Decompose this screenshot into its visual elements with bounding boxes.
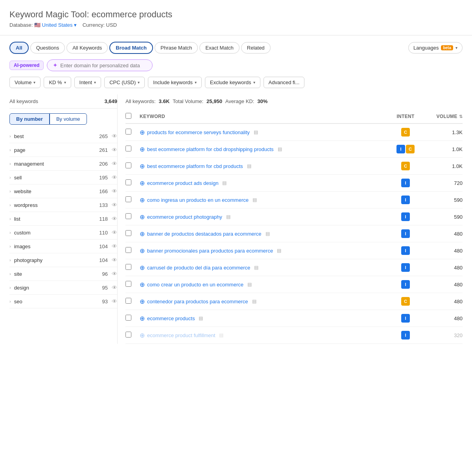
sidebar-item[interactable]: › seo 93 👁 bbox=[9, 295, 117, 308]
main-content: All keywords: 3.6K Total Volume: 25,950 … bbox=[118, 94, 463, 344]
ai-domain-input-wrap[interactable]: ✦ bbox=[47, 59, 153, 71]
add-keyword-icon[interactable]: ⊕ bbox=[140, 332, 145, 339]
tab-all-keywords[interactable]: All Keywords bbox=[66, 42, 108, 54]
row-checkbox[interactable] bbox=[125, 179, 131, 185]
add-keyword-icon[interactable]: ⊕ bbox=[140, 230, 145, 238]
keyword-link[interactable]: ⊕ best ecommerce platform for cbd dropsh… bbox=[140, 146, 388, 153]
keyword-link[interactable]: ⊕ best ecommerce platform for cbd produc… bbox=[140, 162, 388, 170]
keyword-link[interactable]: ⊕ products for ecommerce serveys functio… bbox=[140, 129, 388, 136]
row-checkbox[interactable] bbox=[125, 264, 131, 270]
keyword-text: ecommerce product fulfillment bbox=[147, 332, 215, 338]
eye-icon[interactable]: 👁 bbox=[112, 133, 117, 139]
row-keyword-col: ⊕ como crear un producto en un ecommerce… bbox=[140, 281, 388, 288]
table-row: ⊕ ecommerce product photography ▤ I 590 bbox=[125, 208, 463, 225]
database-link[interactable]: 🇺🇸 United States ▾ bbox=[34, 22, 78, 28]
add-keyword-icon[interactable]: ⊕ bbox=[140, 298, 145, 305]
languages-button[interactable]: Languages beta ▾ bbox=[408, 42, 463, 54]
eye-icon[interactable]: 👁 bbox=[112, 188, 117, 194]
sidebar-item[interactable]: › images 104 👁 bbox=[9, 240, 117, 253]
keyword-link[interactable]: ⊕ contenedor para productos para ecommer… bbox=[140, 298, 388, 305]
keyword-link[interactable]: ⊕ como crear un producto en un ecommerce… bbox=[140, 281, 388, 288]
volume-sort-icon[interactable]: ⇅ bbox=[459, 114, 463, 119]
sidebar-item[interactable]: › management 206 👁 bbox=[9, 157, 117, 171]
row-checkbox[interactable] bbox=[125, 162, 131, 168]
tab-questions[interactable]: Questions bbox=[30, 42, 65, 54]
cpc-filter[interactable]: CPC (USD) ▾ bbox=[104, 77, 145, 88]
keyword-link[interactable]: ⊕ ecommerce product photography ▤ bbox=[140, 213, 388, 221]
sidebar-item[interactable]: › design 95 👁 bbox=[9, 281, 117, 295]
sidebar-item-label: page bbox=[14, 147, 100, 153]
eye-icon[interactable]: 👁 bbox=[112, 243, 117, 249]
add-keyword-icon[interactable]: ⊕ bbox=[140, 247, 145, 255]
advanced-filter[interactable]: Advanced fi... bbox=[264, 77, 305, 88]
eye-icon[interactable]: 👁 bbox=[112, 229, 117, 236]
row-intent-col: C bbox=[388, 297, 423, 306]
keyword-link[interactable]: ⊕ carrusel de producto del día para ecom… bbox=[140, 264, 388, 271]
eye-icon[interactable]: 👁 bbox=[112, 161, 117, 167]
tab-phrase-match[interactable]: Phrase Match bbox=[155, 42, 198, 54]
table-header: Keyword Intent Volume ⇅ bbox=[125, 110, 463, 124]
eye-icon[interactable]: 👁 bbox=[112, 271, 117, 277]
exclude-keywords-filter[interactable]: Exclude keywords ▾ bbox=[205, 77, 260, 88]
toggle-by-number[interactable]: By number bbox=[9, 113, 50, 125]
add-keyword-icon[interactable]: ⊕ bbox=[140, 179, 145, 187]
keyword-link[interactable]: ⊕ banner promocionales para productos pa… bbox=[140, 247, 388, 255]
eye-icon[interactable]: 👁 bbox=[112, 298, 117, 304]
page-subtitle: Database: 🇺🇸 United States ▾ Currency: U… bbox=[9, 22, 463, 28]
toggle-by-volume[interactable]: By volume bbox=[50, 113, 87, 125]
sidebar-item[interactable]: › website 166 👁 bbox=[9, 184, 117, 198]
keyword-link[interactable]: ⊕ ecommerce products ▤ bbox=[140, 315, 388, 322]
keyword-link[interactable]: ⊕ banner de productos destacados para ec… bbox=[140, 230, 388, 238]
row-checkbox[interactable] bbox=[125, 281, 131, 287]
add-keyword-icon[interactable]: ⊕ bbox=[140, 213, 145, 221]
intent-filter[interactable]: Intent ▾ bbox=[74, 77, 101, 88]
row-checkbox[interactable] bbox=[125, 196, 131, 202]
sidebar-item-label: sell bbox=[14, 175, 100, 181]
sidebar-item[interactable]: › photography 104 👁 bbox=[9, 253, 117, 267]
sidebar-item[interactable]: › site 96 👁 bbox=[9, 267, 117, 281]
row-checkbox[interactable] bbox=[125, 315, 131, 321]
page-icon: ▤ bbox=[247, 163, 251, 169]
page-icon: ▤ bbox=[253, 197, 257, 203]
sidebar-item[interactable]: › wordpress 133 👁 bbox=[9, 198, 117, 212]
volume-filter[interactable]: Volume ▾ bbox=[9, 77, 41, 88]
eye-icon[interactable]: 👁 bbox=[112, 147, 117, 153]
keyword-link[interactable]: ⊕ como ingresa un producto en un ecommer… bbox=[140, 196, 388, 204]
eye-icon[interactable]: 👁 bbox=[112, 257, 117, 263]
row-checkbox[interactable] bbox=[125, 146, 131, 151]
row-checkbox[interactable] bbox=[125, 247, 131, 253]
eye-icon[interactable]: 👁 bbox=[112, 174, 117, 181]
keyword-link[interactable]: ⊕ ecommerce product fulfillment ▤ bbox=[140, 332, 388, 339]
sidebar-item[interactable]: › best 265 👁 bbox=[9, 129, 117, 143]
ai-domain-input[interactable] bbox=[60, 63, 147, 68]
keyword-link[interactable]: ⊕ ecommerce product ads design ▤ bbox=[140, 179, 388, 187]
eye-icon[interactable]: 👁 bbox=[112, 216, 117, 222]
tab-related[interactable]: Related bbox=[241, 42, 271, 54]
eye-icon[interactable]: 👁 bbox=[112, 284, 117, 291]
add-keyword-icon[interactable]: ⊕ bbox=[140, 162, 145, 170]
row-checkbox[interactable] bbox=[125, 213, 131, 219]
kd-filter[interactable]: KD % ▾ bbox=[44, 77, 71, 88]
row-checkbox[interactable] bbox=[125, 298, 131, 304]
eye-icon[interactable]: 👁 bbox=[112, 202, 117, 208]
add-keyword-icon[interactable]: ⊕ bbox=[140, 129, 145, 136]
select-all-checkbox[interactable] bbox=[125, 113, 131, 119]
page-icon: ▤ bbox=[254, 265, 258, 270]
sidebar-item[interactable]: › list 118 👁 bbox=[9, 212, 117, 226]
add-keyword-icon[interactable]: ⊕ bbox=[140, 315, 145, 322]
row-intent-col: I bbox=[388, 179, 423, 187]
row-checkbox[interactable] bbox=[125, 230, 131, 236]
tab-all[interactable]: All bbox=[9, 42, 29, 54]
add-keyword-icon[interactable]: ⊕ bbox=[140, 196, 145, 204]
add-keyword-icon[interactable]: ⊕ bbox=[140, 264, 145, 271]
add-keyword-icon[interactable]: ⊕ bbox=[140, 146, 145, 153]
add-keyword-icon[interactable]: ⊕ bbox=[140, 281, 145, 288]
sidebar-item[interactable]: › page 261 👁 bbox=[9, 143, 117, 157]
include-keywords-filter[interactable]: Include keywords ▾ bbox=[148, 77, 201, 88]
row-checkbox[interactable] bbox=[125, 129, 131, 135]
tab-exact-match[interactable]: Exact Match bbox=[199, 42, 240, 54]
sidebar-item[interactable]: › sell 195 👁 bbox=[9, 171, 117, 184]
sidebar-item[interactable]: › custom 110 👁 bbox=[9, 226, 117, 240]
row-checkbox[interactable] bbox=[125, 332, 131, 338]
tab-broad-match[interactable]: Broad Match bbox=[109, 42, 153, 54]
